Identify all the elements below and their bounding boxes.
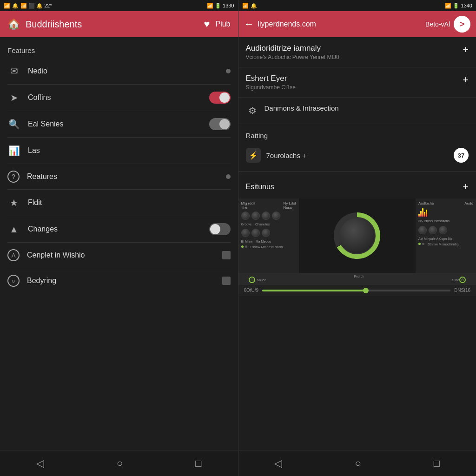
list-item[interactable]: 🔍 Eal Senies xyxy=(0,111,238,137)
mini-bars xyxy=(418,207,473,217)
knob-7[interactable] xyxy=(262,229,270,237)
browser-back-button[interactable]: ← xyxy=(244,18,254,30)
main-knob[interactable] xyxy=(334,212,380,259)
right-home-nav-button[interactable]: ○ xyxy=(345,454,370,473)
item-label-reatures: Reatures xyxy=(27,172,218,181)
right-signal-icon: 📶 xyxy=(242,3,249,9)
right-knobs-row xyxy=(418,226,473,234)
eshert-item-subtitle: Sigundvambe Cl1se xyxy=(246,84,457,91)
dot-r-off xyxy=(422,243,424,245)
heart-icon[interactable]: ♥ xyxy=(204,18,210,30)
knob-4[interactable] xyxy=(272,212,280,220)
list-item[interactable]: ▲ Changes xyxy=(0,216,238,242)
knobs-row2 xyxy=(241,229,296,237)
item-label-nedio: Nedio xyxy=(28,67,218,75)
eal-toggle[interactable] xyxy=(209,118,231,130)
right-panel: 📶 🔔 📶 🔋 1340 ← liyperdnends.com Beto-vAl… xyxy=(238,0,476,476)
search-icon: 🔍 xyxy=(7,118,20,131)
timer-icon-right: ◷ xyxy=(459,277,466,283)
small-toggles: Etnmw Mmnosd Nnshr xyxy=(241,245,296,249)
audio-plus-button[interactable]: + xyxy=(463,44,469,56)
audio-slider-row: 6OtU/9 DNSt16 xyxy=(238,285,476,296)
settings-item[interactable]: ⚙ Danmons & Intrasection xyxy=(238,98,476,124)
home-nav-button[interactable]: ○ xyxy=(107,454,132,473)
question-icon: ? xyxy=(7,171,20,183)
list-item[interactable]: ○ Bedyring xyxy=(0,268,238,293)
esitunus-header: Esitunus + xyxy=(238,175,476,198)
browser-forward-button[interactable]: > xyxy=(454,16,470,33)
esitunus-title: Esitunus xyxy=(246,183,463,191)
content-item-eshert[interactable]: Eshert Eyer Sigundvambe Cl1se + xyxy=(238,67,476,98)
audio-left-panel: Mlg rdùlt -the Ny Ldol Nuswi xyxy=(238,198,299,273)
right-bottom-nav: ◁ ○ □ xyxy=(238,450,476,476)
ratting-badge: 37 xyxy=(454,148,469,163)
right-back-nav-button[interactable]: ◁ xyxy=(265,454,291,473)
item-dot-nedio xyxy=(226,69,231,73)
audio-right-labels2: Ast Mlhpufe A Cspn Bts xyxy=(418,236,473,241)
audio-item-title: Audioriditrize iamnaly xyxy=(246,44,457,53)
list-item[interactable]: ➤ Coffins xyxy=(0,85,238,111)
time-display: 📶 🔋 1330 xyxy=(207,3,234,9)
knob-r1[interactable] xyxy=(418,226,427,234)
audio-left-top: Mlg rdùlt -the Ny Ldol Nuswi xyxy=(241,201,296,210)
audio-right-panel: Audloche Audo xyxy=(416,198,476,273)
ratting-label: 7ourolachs + xyxy=(266,152,449,159)
changes-toggle[interactable] xyxy=(209,223,231,235)
left-col1: Mlg rdùlt -the xyxy=(241,201,256,210)
dot-r-on xyxy=(418,243,421,245)
esitunus-plus-button[interactable]: + xyxy=(463,181,469,193)
knob-6[interactable] xyxy=(251,229,260,237)
battery-icon: 🔔 xyxy=(12,3,19,9)
audio-labels-row: ◷ Snuce Fourch Slice ◷ xyxy=(238,273,476,285)
audio-left-row2 xyxy=(241,229,296,237)
coffins-toggle[interactable] xyxy=(209,92,231,104)
send-icon: ➤ xyxy=(7,91,20,104)
right-content: Audioriditrize iamnaly Vciorie's Audochi… xyxy=(238,37,476,450)
recents-nav-button[interactable]: □ xyxy=(186,454,211,473)
content-item-audio[interactable]: Audioriditrize iamnaly Vciorie's Audochi… xyxy=(238,37,476,67)
eshert-plus-button[interactable]: + xyxy=(463,74,469,86)
right-time-display: 📶 🔋 1340 xyxy=(445,3,472,9)
audio-slider[interactable] xyxy=(262,290,450,291)
item-square-cenplet xyxy=(222,251,231,259)
knob-2[interactable] xyxy=(251,212,260,220)
dot-on xyxy=(241,245,244,248)
right-status-left: 📶 🔔 xyxy=(242,3,257,9)
back-nav-button[interactable]: ◁ xyxy=(27,454,53,473)
knob-1[interactable] xyxy=(241,212,250,220)
ratting-item[interactable]: ⚡ 7ourolachs + 37 xyxy=(238,143,476,167)
list-item[interactable]: ✉ Nedio xyxy=(0,58,238,84)
knob-r2[interactable] xyxy=(429,226,437,234)
beta-label: Beto-vAl xyxy=(425,20,450,28)
knob-3[interactable] xyxy=(262,212,270,220)
item-label-eal: Eal Senies xyxy=(28,120,202,128)
features-header: Features xyxy=(0,37,238,58)
right-recents-nav-button[interactable]: □ xyxy=(424,454,449,473)
left-labels-row: Grùovs Chanelins xyxy=(241,223,296,226)
audio-left-labels2: Bt Mhiw Ma Medou xyxy=(241,239,296,244)
chart-icon: 📊 xyxy=(7,144,20,157)
main-knob-inner xyxy=(338,217,376,254)
knob-5[interactable] xyxy=(241,229,250,237)
item-label-fldit: Fldit xyxy=(28,198,231,207)
eshert-item-info: Eshert Eyer Sigundvambe Cl1se xyxy=(246,74,457,91)
eshert-item-title: Eshert Eyer xyxy=(246,74,457,83)
right-col2: Audo xyxy=(464,201,473,205)
item-label-changes: Changes xyxy=(28,225,202,233)
home-icon[interactable]: 🏠 xyxy=(7,18,20,30)
knob-r3[interactable] xyxy=(439,226,447,234)
audio-bottom-left: ◷ Snuce xyxy=(246,277,269,283)
star-icon: ★ xyxy=(7,196,20,209)
list-item[interactable]: ★ Fldit xyxy=(0,190,238,216)
right-notif-icon: 🔔 xyxy=(251,3,257,9)
list-item[interactable]: A Cenplet in Wishio xyxy=(0,243,238,268)
piub-button[interactable]: Piub xyxy=(215,20,230,28)
ratting-header: Ratting xyxy=(238,124,476,143)
audio-item-subtitle: Vciorie's Audochic Powre Yenret MIJ0 xyxy=(246,54,457,60)
item-square-bedyring xyxy=(222,277,231,285)
audio-right-labels: 36- Ptyéis tnmsntions xyxy=(418,218,473,223)
slider-left-label: 6OtU/9 xyxy=(244,288,259,293)
list-item[interactable]: 📊 Las xyxy=(0,138,238,164)
list-item[interactable]: ? Reatures xyxy=(0,164,238,189)
temp-display: 📶 ⬛ 🔔 22° xyxy=(20,3,52,9)
